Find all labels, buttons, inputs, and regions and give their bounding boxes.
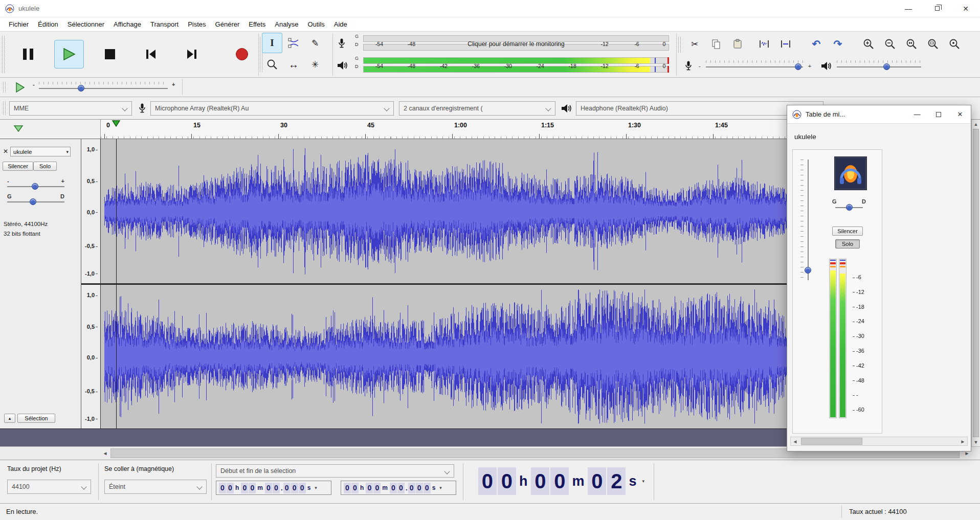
mixer-solo-button[interactable]: Solo — [835, 239, 860, 248]
slider-thumb[interactable] — [846, 204, 853, 211]
mixer-mute-button[interactable]: Silencer — [832, 227, 863, 236]
mixer-gain-slider[interactable] — [800, 160, 814, 280]
play-at-speed-button[interactable] — [12, 80, 28, 95]
fit-selection-button[interactable] — [902, 35, 921, 53]
pinned-playhead-icon[interactable] — [13, 125, 24, 132]
slider-thumb[interactable] — [795, 63, 801, 70]
track-solo-button[interactable]: Solo — [33, 162, 57, 171]
selection-start-field[interactable]: 00h00m00.000s▾ — [216, 481, 331, 495]
zoom-in-button[interactable] — [859, 35, 878, 53]
play-button[interactable] — [54, 40, 84, 69]
slider-thumb[interactable] — [883, 63, 890, 70]
toolbar-grip[interactable] — [3, 82, 6, 93]
recording-channels-select[interactable]: 2 canaux d'enregistrement ( — [399, 101, 555, 116]
redo-button[interactable]: ↷ — [829, 35, 847, 53]
project-rate-select[interactable]: 44100 — [7, 480, 91, 494]
menu-item-pistes[interactable]: Pistes — [183, 18, 210, 30]
mixer-horizontal-scrollbar[interactable]: ◄ ► — [790, 437, 968, 446]
copy-button[interactable] — [707, 35, 725, 53]
track-mute-button[interactable]: Silencer — [3, 162, 33, 171]
toolbar-grip[interactable] — [678, 37, 681, 53]
playback-meter[interactable]: G D -54-48-42-36-30-24-18-12-60 — [336, 55, 674, 76]
scroll-left-icon[interactable]: ◄ — [101, 448, 109, 458]
minimize-icon[interactable]: — — [906, 105, 928, 124]
silence-audio-button[interactable] — [776, 35, 795, 53]
pause-button[interactable] — [13, 40, 43, 69]
skip-to-end-button[interactable] — [177, 40, 207, 69]
trim-audio-button[interactable] — [755, 35, 773, 53]
skip-to-start-button[interactable] — [136, 40, 166, 69]
menu-item-selectionner[interactable]: Sélectionner — [63, 18, 109, 30]
mixer-pan-slider[interactable]: G D — [832, 198, 866, 216]
scroll-left-icon[interactable]: ◄ — [791, 437, 799, 445]
chevron-down-icon[interactable]: ▾ — [439, 485, 442, 490]
playback-meter-bars[interactable]: -54-48-42-36-30-24-18-12-60 — [363, 55, 669, 76]
slider-thumb[interactable] — [32, 183, 38, 190]
snap-to-select[interactable]: Éteint — [104, 480, 207, 494]
cut-button[interactable]: ✂ — [685, 35, 704, 53]
recording-device-select[interactable]: Microphone Array (Realtek(R) Au — [150, 101, 394, 116]
selection-end-field[interactable]: 00h00m00.000s▾ — [341, 481, 456, 495]
vertical-scrollbar[interactable]: ▲ ▼ — [971, 120, 980, 446]
envelope-tool-button[interactable] — [283, 33, 304, 53]
zoom-tool-button[interactable] — [262, 54, 282, 75]
audio-position-display[interactable]: 00h00m02s▾ — [475, 465, 648, 498]
close-icon[interactable]: ✕ — [949, 105, 971, 124]
chevron-down-icon[interactable]: ▾ — [315, 485, 317, 490]
recording-meter[interactable]: G D -54-48-12-60 Cliquer pour démarrer l… — [336, 33, 674, 54]
toolbar-grip[interactable] — [2, 36, 5, 73]
mixer-hscroll-thumb[interactable] — [801, 438, 862, 445]
slider-thumb[interactable] — [30, 198, 36, 205]
record-button[interactable] — [227, 40, 257, 69]
menu-item-analyse[interactable]: Analyse — [270, 18, 303, 30]
scroll-up-icon[interactable]: ▲ — [972, 120, 980, 128]
menu-item-transport[interactable]: Transport — [146, 18, 183, 30]
track-close-icon[interactable]: ✕ — [2, 147, 10, 155]
menu-item-fichier[interactable]: Fichier — [4, 18, 33, 30]
undo-button[interactable]: ↶ — [807, 35, 826, 53]
meter-scale-label: -54 — [375, 63, 383, 69]
selection-tool-button[interactable]: I — [262, 33, 282, 53]
maximize-icon[interactable] — [928, 105, 949, 124]
toolbar-grip[interactable] — [3, 101, 6, 115]
mixer-meter[interactable] — [829, 259, 848, 418]
close-icon[interactable]: ✕ — [951, 0, 980, 17]
track-name-menu[interactable]: ukulele▾ — [10, 147, 71, 156]
time-shift-tool-button[interactable]: ↔ — [283, 54, 304, 75]
recording-volume-slider[interactable] — [706, 59, 803, 73]
stop-button[interactable] — [95, 40, 125, 69]
time-unit-label: s — [629, 473, 636, 489]
menu-item-affichage[interactable]: Affichage — [109, 18, 146, 30]
vscroll-thumb[interactable] — [973, 129, 979, 437]
menu-item-edition[interactable]: Édition — [33, 18, 63, 30]
playback-volume-slider[interactable] — [837, 59, 921, 73]
scroll-right-icon[interactable]: ► — [959, 437, 967, 445]
record-meter-bars[interactable]: -54-48-12-60 Cliquer pour démarrer le mo… — [363, 33, 669, 54]
playhead-icon[interactable] — [112, 120, 120, 127]
draw-tool-button[interactable]: ✎ — [305, 33, 325, 53]
scroll-down-icon[interactable]: ▼ — [972, 438, 980, 446]
zoom-out-button[interactable] — [881, 35, 899, 53]
paste-button[interactable] — [728, 35, 747, 53]
audio-host-select[interactable]: MME — [9, 101, 132, 116]
fit-project-button[interactable] — [924, 35, 942, 53]
chevron-down-icon[interactable]: ▾ — [642, 479, 644, 484]
menu-item-effets[interactable]: Effets — [244, 18, 270, 30]
restore-icon[interactable] — [923, 0, 951, 17]
monitoring-message[interactable]: Cliquer pour démarrer le monitoring — [467, 40, 564, 48]
play-speed-slider[interactable] — [39, 81, 168, 94]
selection-mode-select[interactable]: Début et fin de la sélection — [216, 464, 454, 478]
track-gain-slider[interactable]: - + — [2, 178, 70, 191]
mixer-title-bar[interactable]: Table de mi... — ✕ — [787, 105, 971, 124]
multi-tool-button[interactable]: ✳ — [305, 54, 325, 75]
menu-item-aide[interactable]: Aide — [329, 18, 352, 30]
menu-item-generer[interactable]: Générer — [211, 18, 244, 30]
track-pan-slider[interactable]: G D — [2, 193, 70, 207]
zoom-toggle-button[interactable] — [945, 35, 964, 53]
track-select-button[interactable]: Sélection — [17, 414, 55, 423]
minimize-icon[interactable]: — — [894, 0, 923, 17]
track-collapse-button[interactable]: ▴ — [4, 414, 15, 423]
slider-thumb[interactable] — [805, 267, 811, 274]
menu-item-outils[interactable]: Outils — [303, 18, 329, 30]
slider-thumb[interactable] — [78, 85, 84, 92]
